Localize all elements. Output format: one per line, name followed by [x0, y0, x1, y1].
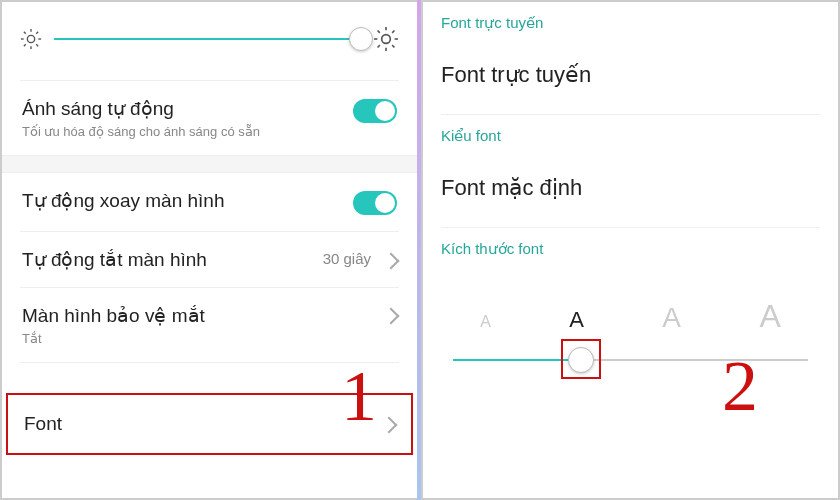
font-label: Font: [24, 413, 383, 435]
brightness-slider-row: [2, 2, 417, 80]
size-preview-a: A: [759, 298, 780, 335]
auto-rotate-label: Tự động xoay màn hình: [22, 189, 353, 212]
chevron-right-icon: [381, 417, 398, 434]
sun-small-icon: [20, 28, 42, 50]
section-gap: [2, 155, 417, 173]
font-style-row[interactable]: Font mặc định: [423, 155, 838, 227]
font-size-slider[interactable]: [453, 359, 808, 361]
size-preview-a-active: A: [569, 307, 584, 333]
svg-line-17: [392, 31, 394, 33]
chevron-right-icon: [383, 252, 400, 269]
chevron-right-icon: [383, 308, 400, 325]
display-settings-panel: Ánh sáng tự động Tối ưu hóa độ sáng cho …: [0, 0, 417, 500]
font-size-thumb-highlight: [561, 339, 601, 379]
size-preview-a: A: [480, 313, 491, 331]
svg-line-3: [24, 32, 26, 34]
auto-rotate-row[interactable]: Tự động xoay màn hình: [2, 173, 417, 231]
auto-rotate-toggle[interactable]: [353, 191, 397, 215]
eye-protect-row[interactable]: Màn hình bảo vệ mắt Tắt: [2, 288, 417, 362]
font-size-header: Kích thước font: [423, 228, 838, 268]
svg-line-12: [378, 31, 380, 33]
svg-line-8: [36, 32, 38, 34]
size-preview-a: A: [662, 302, 681, 334]
auto-off-row[interactable]: Tự động tắt màn hình 30 giây: [2, 232, 417, 287]
font-row[interactable]: Font: [8, 395, 411, 453]
eye-protect-sub: Tắt: [22, 331, 385, 346]
font-settings-panel: Font trực tuyến Font trực tuyến Kiểu fon…: [421, 0, 840, 500]
svg-point-0: [27, 35, 34, 42]
font-style-label: Font mặc định: [441, 175, 582, 200]
online-font-header: Font trực tuyến: [423, 2, 838, 42]
sun-large-icon: [373, 26, 399, 52]
online-font-row[interactable]: Font trực tuyến: [423, 42, 838, 114]
svg-line-4: [36, 44, 38, 46]
eye-protect-label: Màn hình bảo vệ mắt: [22, 304, 385, 327]
auto-light-sub: Tối ưu hóa độ sáng cho ánh sáng có sẵn: [22, 124, 353, 139]
font-style-header: Kiểu font: [423, 115, 838, 155]
svg-line-7: [24, 44, 26, 46]
font-row-highlight: Font: [6, 393, 413, 455]
auto-off-value: 30 giây: [323, 250, 371, 267]
svg-line-16: [378, 45, 380, 47]
auto-light-toggle[interactable]: [353, 99, 397, 123]
auto-light-row[interactable]: Ánh sáng tự động Tối ưu hóa độ sáng cho …: [2, 81, 417, 155]
font-size-preview: A A A A: [423, 268, 838, 345]
brightness-slider[interactable]: [54, 38, 361, 40]
svg-line-13: [392, 45, 394, 47]
auto-off-label: Tự động tắt màn hình: [22, 248, 323, 271]
auto-light-label: Ánh sáng tự động: [22, 97, 353, 120]
svg-point-9: [382, 35, 391, 44]
font-size-slider-wrap: [423, 345, 838, 391]
online-font-label: Font trực tuyến: [441, 62, 591, 87]
brightness-thumb[interactable]: [349, 27, 373, 51]
